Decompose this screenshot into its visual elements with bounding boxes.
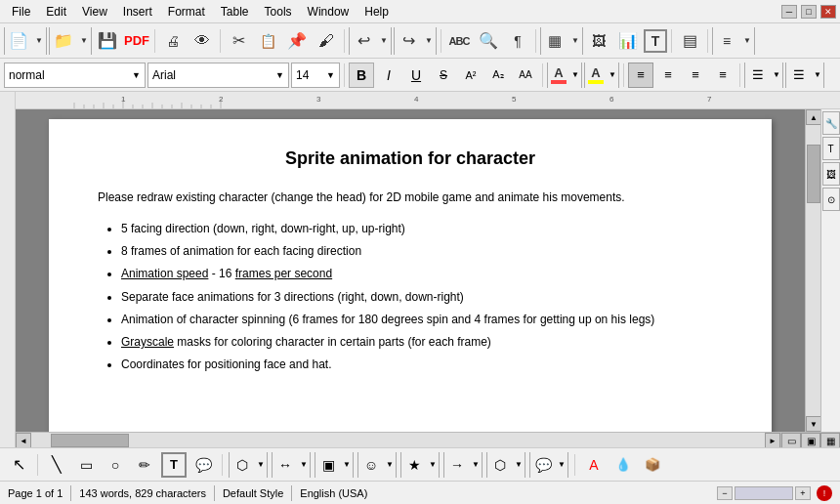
connector-tool[interactable]: ↔: [273, 452, 298, 478]
list-button[interactable]: ≡: [713, 27, 740, 55]
uppercase-button[interactable]: AA: [513, 63, 538, 88]
ordered-list-dropdown[interactable]: ▼: [812, 63, 823, 88]
rectangle-tool[interactable]: ▭: [73, 452, 99, 478]
basic-shapes-tool[interactable]: ▣: [315, 452, 341, 478]
arrows-tool[interactable]: →: [444, 452, 470, 478]
stars-tool[interactable]: ★: [401, 452, 427, 478]
scroll-right-button[interactable]: ►: [765, 433, 780, 447]
strikethrough-button[interactable]: S: [431, 63, 456, 88]
align-right-button[interactable]: ≡: [683, 63, 708, 88]
symbol-dropdown[interactable]: ▼: [384, 452, 396, 478]
menu-tools[interactable]: Tools: [257, 3, 300, 21]
sidebar-gallery-button[interactable]: 🖼: [822, 162, 840, 186]
ordered-list-button[interactable]: ☰: [786, 63, 812, 88]
menu-format[interactable]: Format: [160, 3, 213, 21]
table-button[interactable]: ▦: [541, 27, 568, 55]
line-tool[interactable]: ╲: [44, 452, 69, 478]
font-color-dropdown[interactable]: ▼: [569, 63, 581, 88]
redo-dropdown[interactable]: ▼: [422, 27, 436, 55]
freeform-tool[interactable]: ✏: [132, 452, 157, 478]
menu-view[interactable]: View: [74, 3, 115, 21]
connector-dropdown[interactable]: ▼: [298, 452, 310, 478]
undo-dropdown[interactable]: ▼: [377, 27, 391, 55]
font-color-button[interactable]: A: [548, 63, 569, 88]
document-paragraph[interactable]: Please redraw existing character (change…: [98, 189, 723, 206]
stars-dropdown[interactable]: ▼: [427, 452, 439, 478]
sidebar-properties-button[interactable]: 🔧: [822, 111, 840, 135]
font-color-draw-button[interactable]: A: [581, 452, 607, 478]
symbol-tool[interactable]: ☺: [358, 452, 384, 478]
underline-button[interactable]: U: [403, 63, 429, 88]
arrows-dropdown[interactable]: ▼: [470, 452, 482, 478]
callouts-dropdown[interactable]: ▼: [556, 452, 567, 478]
book-view-button[interactable]: ▦: [820, 433, 840, 447]
align-justify-button[interactable]: ≡: [710, 63, 735, 88]
subscript-button[interactable]: A₂: [485, 63, 511, 88]
align-left-button[interactable]: ≡: [628, 63, 653, 88]
list-dropdown2[interactable]: ▼: [771, 63, 782, 88]
scroll-left-button[interactable]: ◄: [16, 433, 31, 447]
font-select[interactable]: Arial ▼: [147, 63, 289, 88]
menu-window[interactable]: Window: [300, 3, 357, 21]
new-dropdown[interactable]: ▼: [32, 27, 46, 55]
format-paint-button[interactable]: 🖌: [313, 27, 340, 55]
sidebar-styles-button[interactable]: T: [822, 137, 840, 160]
list-dropdown[interactable]: ▼: [740, 27, 754, 55]
callout-tool[interactable]: 💬: [190, 452, 216, 478]
polygon-dropdown[interactable]: ▼: [255, 452, 267, 478]
style-select[interactable]: normal ▼: [4, 63, 146, 88]
spellcheck-button[interactable]: ABC: [445, 27, 473, 55]
document-scroll[interactable]: Sprite animation for character Please re…: [16, 109, 805, 432]
textbox-button[interactable]: T: [644, 29, 667, 53]
close-button[interactable]: ✕: [820, 5, 836, 19]
sidebar-navigator-button[interactable]: ⊙: [822, 188, 840, 211]
basic-shapes-dropdown[interactable]: ▼: [341, 452, 353, 478]
save-button[interactable]: 💾: [94, 27, 121, 55]
scroll-thumb[interactable]: [807, 145, 820, 203]
menu-table[interactable]: Table: [213, 3, 257, 21]
find-button[interactable]: 🔍: [475, 27, 502, 55]
bold-button[interactable]: B: [349, 63, 374, 88]
select-tool[interactable]: ↖: [6, 452, 31, 478]
open-dropdown[interactable]: ▼: [77, 27, 91, 55]
scroll-track[interactable]: [806, 125, 820, 416]
notification-icon[interactable]: !: [817, 485, 832, 501]
text-tool[interactable]: T: [161, 452, 187, 478]
menu-insert[interactable]: Insert: [115, 3, 160, 21]
italic-button[interactable]: I: [376, 63, 401, 88]
paste-button[interactable]: 📌: [283, 27, 311, 55]
scroll-down-button[interactable]: ▼: [806, 416, 821, 432]
3d-button[interactable]: 📦: [640, 452, 665, 478]
zoom-in-button[interactable]: +: [795, 486, 811, 500]
flowchart-tool[interactable]: ⬡: [487, 452, 513, 478]
flowchart-dropdown[interactable]: ▼: [513, 452, 525, 478]
ellipse-tool[interactable]: ○: [103, 452, 128, 478]
highlight-dropdown[interactable]: ▼: [607, 63, 618, 88]
menu-help[interactable]: Help: [357, 3, 397, 21]
font-size-select[interactable]: 14 ▼: [291, 63, 340, 88]
polygon-tool[interactable]: ⬡: [230, 452, 255, 478]
h-scroll-track[interactable]: [31, 433, 765, 447]
h-scroll-thumb[interactable]: [51, 434, 129, 447]
minimize-button[interactable]: ─: [781, 5, 797, 19]
zoom-slider[interactable]: [735, 486, 793, 500]
undo-button[interactable]: ↩: [350, 27, 377, 55]
single-page-button[interactable]: ▭: [781, 433, 801, 447]
new-button[interactable]: 📄: [5, 27, 32, 55]
menu-file[interactable]: File: [4, 3, 38, 21]
shadow-button[interactable]: 💧: [610, 452, 636, 478]
nonprinting-button[interactable]: ¶: [504, 27, 531, 55]
bullet-list-button[interactable]: ☰: [745, 63, 771, 88]
zoom-out-button[interactable]: −: [717, 486, 733, 500]
superscript-button[interactable]: A²: [458, 63, 483, 88]
menu-edit[interactable]: Edit: [38, 3, 74, 21]
scroll-up-button[interactable]: ▲: [806, 109, 821, 125]
multi-page-button[interactable]: ▣: [801, 433, 820, 447]
cut-button[interactable]: ✂: [225, 27, 252, 55]
frame-button[interactable]: ▤: [676, 27, 703, 55]
image-button[interactable]: 🖼: [585, 27, 612, 55]
highlight-button[interactable]: A: [585, 63, 607, 88]
copy-button[interactable]: 📋: [254, 27, 281, 55]
maximize-button[interactable]: □: [801, 5, 817, 19]
table-dropdown[interactable]: ▼: [568, 27, 582, 55]
